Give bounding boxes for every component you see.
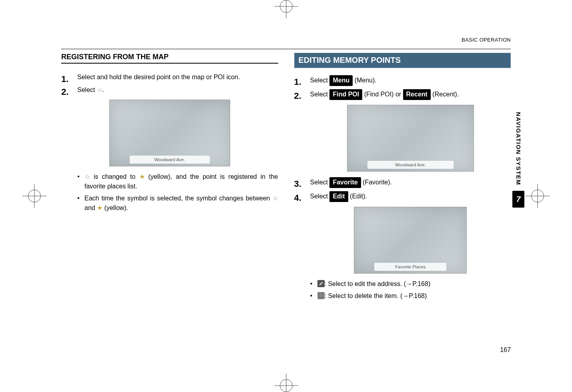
find-poi-chip: Find POI xyxy=(329,89,362,100)
right-step-3: Select Favorite (Favorite). xyxy=(294,177,511,188)
running-title: BASIC OPERATION xyxy=(462,37,511,43)
left-bullets: ☆ is changed to ★ (yellow), and the poin… xyxy=(61,172,278,213)
crop-mark-right xyxy=(531,190,544,202)
right-bullets: : Select to edit the address. (→P.168) :… xyxy=(294,279,511,301)
right-column: EDITING MEMORY POINTS Select Menu (Menu)… xyxy=(294,53,511,303)
side-tab-number: 7 xyxy=(512,191,524,208)
crop-mark-top xyxy=(274,0,298,13)
right-step-2: Select Find POI (Find POI) or Recent (Re… xyxy=(294,89,511,172)
left-map-screenshot: Woodward Ave. xyxy=(109,100,230,166)
side-tab: NAVIGATION SYSTEM 7 xyxy=(512,112,524,208)
right-steps: Select Menu (Menu). Select Find POI (Fin… xyxy=(294,75,511,274)
left-bullet-2: Each time the symbol is selected, the sy… xyxy=(77,194,278,213)
page-number: 167 xyxy=(500,346,511,354)
crop-mark-bottom xyxy=(274,379,298,392)
favorite-places-screenshot: Favorite Places xyxy=(354,207,467,274)
right-bullet-edit: : Select to edit the address. (→P.168) xyxy=(310,279,511,289)
right-step-1: Select Menu (Menu). xyxy=(294,75,511,86)
left-step-2: Select ☆. xyxy=(61,85,278,95)
side-tab-label: NAVIGATION SYSTEM xyxy=(515,112,522,185)
right-section-heading: EDITING MEMORY POINTS xyxy=(294,53,511,68)
star-outline-icon: ☆ xyxy=(84,174,90,180)
favorite-places-title: Favorite Places xyxy=(374,263,446,271)
recent-chip: Recent xyxy=(403,89,431,100)
right-step-4: Select Edit (Edit). Favorite Places xyxy=(294,191,511,274)
left-steps: Select and hold the desired point on the… xyxy=(61,72,278,95)
favorite-chip: Favorite xyxy=(329,177,361,188)
left-subheading: REGISTERING FROM THE MAP xyxy=(61,53,278,64)
star-filled-icon: ★ xyxy=(97,205,102,211)
right-map-caption: Woodward Ave. xyxy=(367,161,454,169)
left-step-1: Select and hold the desired point on the… xyxy=(61,72,278,82)
running-header: BASIC OPERATION xyxy=(61,37,511,49)
right-map-screenshot: Woodward Ave. xyxy=(347,105,474,172)
page: BASIC OPERATION REGISTERING FROM THE MAP… xyxy=(0,0,572,392)
menu-chip: Menu xyxy=(329,75,353,86)
right-bullet-delete: : Select to delete the item. (→P.168) xyxy=(310,291,511,301)
left-bullet-1: ☆ is changed to ★ (yellow), and the poin… xyxy=(77,172,278,191)
content-columns: REGISTERING FROM THE MAP Select and hold… xyxy=(61,53,511,303)
trash-icon xyxy=(317,292,325,299)
edit-chip: Edit xyxy=(329,191,348,202)
left-map-caption: Woodward Ave. xyxy=(130,156,210,164)
left-column: REGISTERING FROM THE MAP Select and hold… xyxy=(61,53,278,303)
pencil-icon xyxy=(317,280,325,287)
crop-mark-left xyxy=(28,190,41,202)
star-outline-icon: ☆ xyxy=(273,195,278,202)
star-outline-icon: ☆ xyxy=(97,87,102,93)
star-filled-icon: ★ xyxy=(139,174,145,180)
